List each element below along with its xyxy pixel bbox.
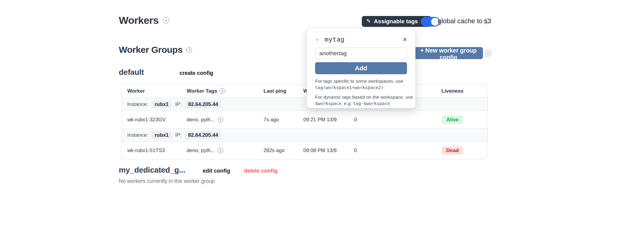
group-name: default [119,68,144,77]
new-worker-group-config-button[interactable]: + New worker group config [414,47,483,59]
info-icon[interactable]: i [218,117,223,123]
new-tag-input[interactable] [315,48,407,59]
table-row-worker: wk-rubx1-323GV deno, pyth... i 7s ago 09… [122,111,488,128]
status-badge: Alive [442,116,463,124]
instance-label: Instance: [127,101,148,107]
table-header-row: Worker Worker Tags i Last ping Worker st… [122,85,488,97]
last-ping: 7s ago [264,117,303,123]
table-row-instance: Instance: rubx1 IP: 82.64.205.44 [122,97,488,111]
info-icon[interactable]: i [186,47,192,53]
global-cache-toggle[interactable] [421,17,440,27]
jobs-count: 0 [354,148,417,154]
table-row-instance: Instance: rubx1 IP: 82.64.205.44 [122,128,488,142]
ip-label: IP: [175,101,182,107]
info-icon[interactable]: i [484,18,489,24]
help-code: $workspace [315,101,341,106]
add-tag-button[interactable]: Add [315,62,407,74]
create-config-link[interactable]: create config [179,70,213,76]
instance-label: Instance: [127,132,148,138]
worker-groups-title-row: Worker Groups i [119,45,192,55]
global-cache-label: global cache to s3 [438,17,491,25]
worker-name: wk-rubx1-51TS3 [127,148,187,154]
worker-tags-cell: deno, pyth... i [187,117,264,123]
instance-ip: 82.64.205.44 [185,100,221,108]
info-icon[interactable]: i [163,17,169,24]
workers-table: Worker Worker Tags i Last ping Worker st… [122,84,488,159]
worker-groups-title: Worker Groups [119,45,182,55]
col-worker-tags-label: Worker Tags [187,88,217,94]
close-icon[interactable]: × [403,36,407,43]
empty-group-message: No workers currently in this worker grou… [119,178,215,184]
help-code: tag-$workspace [353,101,390,106]
worker-name: wk-rubx1-323GV [127,117,187,123]
help-text: For dynamic tags based on the workspace,… [315,94,413,100]
pencil-icon: ✎ [366,18,371,24]
worker-start: 09:08 PM 13/9 [303,148,354,154]
col-worker-tags: Worker Tags i [187,88,264,94]
group-heading-default: default create config [119,68,213,77]
worker-start: 09:21 PM 13/9 [303,117,354,123]
workers-page: Workers i ✎ Assignable tags i global cac… [0,0,644,252]
instance-name: rubx1 [152,131,172,139]
tags-help-workspaces: For tags specific to some workspaces, us… [315,78,407,91]
col-worker: Worker [127,88,187,94]
assignable-tags-popup: - mytag × Add For tags specific to some … [307,28,415,108]
delete-config-link[interactable]: delete config [244,168,277,174]
page-title: Workers [119,14,159,26]
instance-name: rubx1 [152,100,172,108]
assignable-tags-label: Assignable tags [374,18,418,25]
edit-config-link[interactable]: edit config [203,168,230,174]
worker-tags: deno, pyth... [187,148,215,154]
col-last-ping: Last ping [264,88,303,94]
info-icon[interactable]: i [219,88,225,94]
info-icon[interactable]: i [218,148,223,153]
page-title-row: Workers i [119,14,169,26]
instance-ip: 82.64.205.44 [185,131,221,139]
remove-tag-button[interactable]: - [315,36,319,43]
tags-help-dynamic: For dynamic tags based on the workspace,… [315,94,407,107]
status-badge: Dead [442,146,463,155]
help-text: For tags specific to some workspaces, us… [315,78,403,84]
group-name: my_dedicated_g... [119,165,185,175]
worker-tags: deno, pyth... [187,117,215,123]
jobs-count: 0 [354,117,417,123]
col-liveness: Liveness [417,88,488,94]
info-icon[interactable]: i [485,50,491,56]
last-ping: 282s ago [264,148,303,154]
ip-label: IP: [175,132,182,138]
tag-name: mytag [324,36,344,43]
help-code: tag(workspace1+workspace2) [315,85,384,90]
help-text: , e.g: [341,101,353,106]
table-row-worker: wk-rubx1-51TS3 deno, pyth... i 282s ago … [122,142,488,159]
tag-row: - mytag × [315,36,407,43]
worker-tags-cell: deno, pyth... i [187,148,264,154]
group-heading-dedicated: my_dedicated_g... edit config delete con… [119,165,277,175]
